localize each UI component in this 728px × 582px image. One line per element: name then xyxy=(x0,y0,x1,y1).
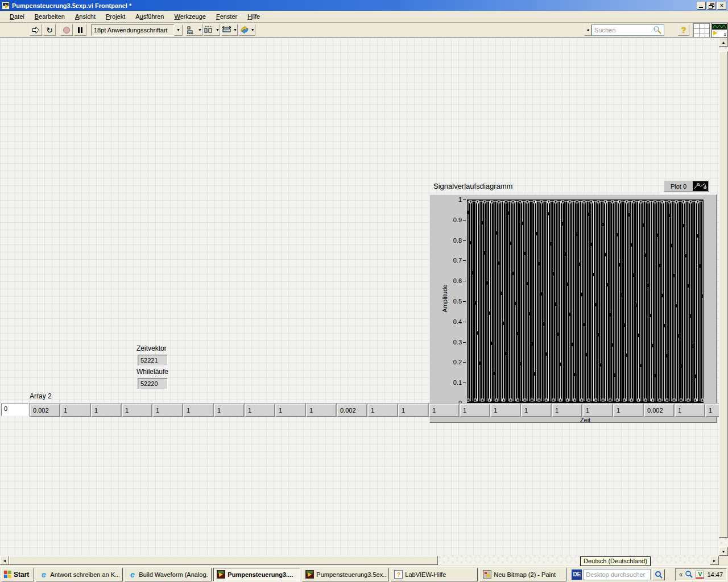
tray-magnifier-icon[interactable] xyxy=(685,571,693,578)
search-collapse-button[interactable]: ◄ xyxy=(584,24,592,36)
desktop-search-icon xyxy=(655,571,663,579)
chart-title[interactable]: Signalverlaufsdiagramm xyxy=(433,182,512,190)
array-element[interactable]: 1 xyxy=(582,404,613,417)
language-indicator[interactable]: DE xyxy=(572,569,582,580)
taskbar-button[interactable]: Neu Bitmap (2) - Paint xyxy=(479,568,566,581)
desktop-search-input[interactable] xyxy=(584,569,651,580)
alignment-grid-icon[interactable] xyxy=(693,23,710,38)
vertical-scroll-thumb[interactable] xyxy=(719,51,728,538)
array-label: Array 2 xyxy=(30,392,52,400)
search-icon xyxy=(653,26,662,35)
restore-button[interactable] xyxy=(707,2,716,10)
whilelaeufe-indicator[interactable]: 52220 xyxy=(138,378,168,389)
taskbar-button[interactable]: Pumpensteuerung3.... xyxy=(213,568,300,581)
abort-icon xyxy=(63,27,70,34)
pause-button[interactable] xyxy=(74,24,86,36)
array-element[interactable]: 1 xyxy=(122,404,152,417)
scroll-up-button[interactable]: ▲ xyxy=(719,38,728,47)
lv-icon xyxy=(217,570,225,579)
array-element[interactable]: 1 xyxy=(460,404,490,417)
array-element[interactable]: 1 xyxy=(91,404,122,417)
menu-item-fenster[interactable]: Fenster xyxy=(211,12,242,21)
menu-item-ansicht[interactable]: Ansicht xyxy=(70,12,101,21)
array-element[interactable]: 0.002 xyxy=(337,404,367,417)
tray-collapse-button[interactable]: « xyxy=(679,571,683,579)
array-element[interactable]: 1 xyxy=(214,404,245,417)
desktop-search-button[interactable] xyxy=(652,569,665,580)
menu-item-datei[interactable]: Datei xyxy=(5,12,30,21)
menu-bar: DateiBearbeitenAnsichtProjektAusführenWe… xyxy=(0,11,728,23)
array-element[interactable]: 1 xyxy=(152,404,183,417)
run-button[interactable] xyxy=(30,24,42,36)
plot-legend[interactable]: Plot 0 xyxy=(664,180,709,192)
y-tick-label: 0.5 xyxy=(430,298,462,305)
context-help-button[interactable]: ? xyxy=(678,24,689,36)
array-element[interactable]: 1 xyxy=(398,404,429,417)
help-icon: ? xyxy=(394,570,403,579)
system-tray: « V 14:47 xyxy=(675,568,727,581)
y-tick-mark xyxy=(463,301,466,302)
waveform-chart[interactable]: Amplitude 10.90.80.70.60.50.40.30.20.10 … xyxy=(429,194,717,423)
taskbar-button[interactable]: eAntwort schreiben an K... xyxy=(36,568,123,581)
menu-item-werkzeuge[interactable]: Werkzeuge xyxy=(169,12,210,21)
y-tick-mark xyxy=(463,322,466,322)
close-button[interactable]: × xyxy=(717,2,726,10)
array-element[interactable]: 0.002 xyxy=(644,404,675,417)
zeitvektor-indicator[interactable]: 52221 xyxy=(138,355,168,366)
reorder-button[interactable]: ▼ xyxy=(239,24,255,36)
minimize-button[interactable] xyxy=(697,2,706,10)
y-tick-label: 0.9 xyxy=(430,217,462,223)
font-selector[interactable]: 18pt Anwendungsschriftart xyxy=(91,24,174,36)
abort-button[interactable] xyxy=(60,24,73,36)
taskbar-button[interactable]: Pumpensteuerung3.5ex... xyxy=(302,568,389,581)
y-tick-mark xyxy=(463,199,466,200)
array-element[interactable]: 1 xyxy=(245,404,275,417)
y-tick-mark xyxy=(463,220,466,221)
taskbar-button[interactable]: ?LabVIEW-Hilfe xyxy=(391,568,478,581)
scroll-right-button[interactable]: ► xyxy=(710,556,719,565)
array-element[interactable]: 0.002 xyxy=(30,404,60,417)
menu-item-projekt[interactable]: Projekt xyxy=(101,12,130,21)
array-index-display[interactable]: 0 xyxy=(1,404,28,416)
taskbar-button[interactable]: eBuild Waveform (Analog... xyxy=(125,568,212,581)
plot-area[interactable] xyxy=(467,199,704,403)
menu-item-bearbeiten[interactable]: Bearbeiten xyxy=(30,12,70,21)
array-element[interactable]: 1 xyxy=(306,404,337,417)
ie-icon: e xyxy=(39,570,48,579)
y-tick-mark xyxy=(463,260,466,261)
run-continuously-button[interactable]: ↻ xyxy=(43,24,56,36)
array-element[interactable]: 1 xyxy=(429,404,460,417)
font-selector-dropdown[interactable]: ▼ xyxy=(174,24,183,36)
array-element[interactable]: 1 xyxy=(675,404,705,417)
taskbar-button-label: Pumpensteuerung3.... xyxy=(228,571,293,578)
distribute-objects-button[interactable]: ▼ xyxy=(204,24,220,36)
horizontal-scroll-thumb[interactable] xyxy=(9,556,438,565)
y-tick-mark xyxy=(463,281,466,281)
start-button[interactable]: Start xyxy=(1,568,34,581)
resize-objects-button[interactable]: ▼ xyxy=(221,24,238,36)
array-element[interactable]: 1 xyxy=(490,404,521,417)
y-tick-label: 0.4 xyxy=(430,318,462,325)
scroll-left-button[interactable]: ◄ xyxy=(0,556,9,565)
whilelaeufe-label: Whileläufe xyxy=(136,368,168,376)
y-tick-mark xyxy=(463,383,466,383)
y-tick-mark xyxy=(463,362,466,363)
array-element[interactable]: 1 xyxy=(521,404,552,417)
minimize-icon xyxy=(699,7,703,8)
menu-item-ausfhren[interactable]: Ausführen xyxy=(130,12,169,21)
scroll-down-button[interactable]: ▼ xyxy=(719,547,728,556)
vi-icon[interactable]: 1 xyxy=(711,23,728,38)
align-objects-button[interactable]: ▼ xyxy=(186,24,202,36)
tray-v-app-icon[interactable]: V xyxy=(696,571,704,579)
vertical-scrollbar[interactable]: ▲ ▼ xyxy=(719,38,728,556)
clock: 14:47 xyxy=(707,571,723,578)
array-element[interactable]: 1 xyxy=(613,404,644,417)
array-element[interactable]: 1 xyxy=(552,404,582,417)
array-element[interactable]: 1 xyxy=(60,404,91,417)
paint-icon xyxy=(483,570,491,579)
array-element[interactable]: 1 xyxy=(183,404,214,417)
array-element[interactable]: 1 xyxy=(705,404,719,417)
array-element[interactable]: 1 xyxy=(275,404,306,417)
array-element[interactable]: 1 xyxy=(367,404,398,417)
menu-item-hilfe[interactable]: Hilfe xyxy=(242,12,265,21)
